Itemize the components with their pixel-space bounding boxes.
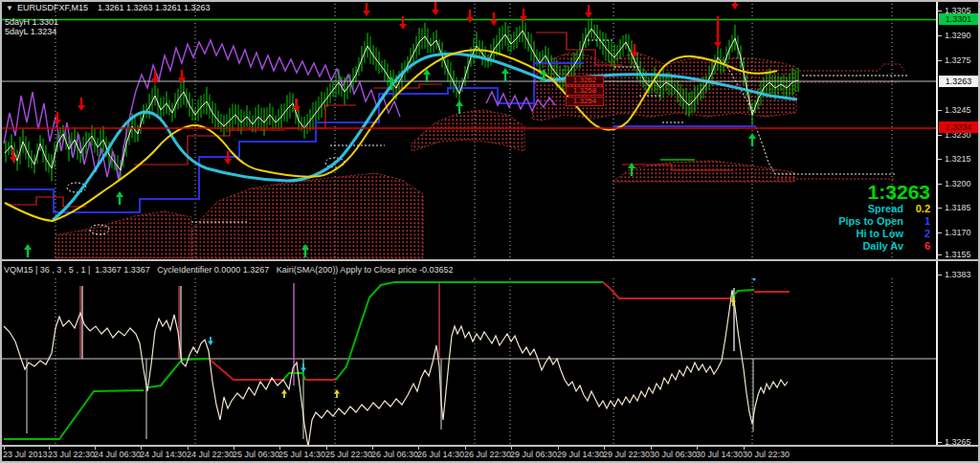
indicator-header: VQM15 | 36 , 3 , 5 , 1 | 1.3367 1.3367 C…: [4, 262, 934, 277]
time-label: 29 Jul 22:30: [603, 450, 650, 459]
price-tick-label: 1.3275: [945, 55, 971, 65]
scale-tick: [938, 60, 942, 61]
scale-tick: [938, 208, 942, 209]
time-label: 30 Jul 22:30: [743, 450, 790, 459]
time-label: 26 Jul 22:30: [464, 450, 511, 459]
market-info-panel: 1:3263 Spread0.2Pips to Open1Hi to Low2D…: [838, 182, 930, 253]
window-frame-top: [0, 0, 980, 2]
window-divider[interactable]: [0, 259, 980, 261]
price-tick-label: 1.3200: [945, 179, 971, 188]
time-label: 23 Jul 22:30: [48, 450, 95, 459]
price-tick-label: 1.3185: [945, 203, 971, 212]
info-row-label: Spread: [868, 203, 903, 215]
chart-window: ▼EURUSDFXF,M151.3261 1.3263 1.3261 1.326…: [0, 0, 980, 463]
info-row: Spread0.2: [838, 203, 930, 215]
symbol-period-label: EURUSDFXF,M15: [17, 3, 88, 12]
scale-tick: [938, 232, 942, 233]
time-label: 30 Jul 06:30: [650, 450, 697, 459]
scale-tick: [938, 11, 942, 11]
scale-tick: [938, 110, 942, 111]
info-row-label: Hi to Low: [857, 228, 904, 240]
time-label: 24 Jul 22:30: [187, 450, 234, 459]
purple-line: [4, 40, 555, 180]
vq-line: [4, 282, 790, 439]
main-chart-area[interactable]: [0, 0, 936, 259]
five-day-high-label: 5dayH 1.3301: [5, 17, 58, 27]
chart-menu-icon: ▼: [6, 4, 13, 12]
time-label: 29 Jul 06:30: [510, 450, 557, 459]
scale-tick: [938, 184, 942, 185]
price-marker-box: 1.3263: [939, 76, 978, 87]
ohlc-readout: 1.3261 1.3263 1.3261 1.3263: [98, 3, 211, 12]
five-day-low-label: 5dayL 1.3234: [5, 27, 56, 36]
info-row-value: 2: [903, 228, 930, 240]
sub-arrows: [208, 278, 757, 398]
time-axis[interactable]: 23 Jul 201323 Jul 22:3024 Jul 06:3024 Ju…: [0, 447, 980, 461]
time-label: 26 Jul 14:30: [417, 450, 464, 459]
kairi-line: [4, 290, 788, 445]
info-row: Daily Av6: [838, 240, 930, 253]
indicator-chart-area[interactable]: [0, 278, 936, 445]
price-scale[interactable]: 1.33051.32901.32751.32451.32301.32151.32…: [938, 0, 980, 445]
info-row-label: Pips to Open: [838, 215, 903, 228]
time-label: 25 Jul 22:30: [325, 450, 372, 459]
scale-tick: [938, 159, 942, 160]
time-label: 23 Jul 2013: [3, 450, 48, 459]
price-tick-label: 1.3170: [945, 228, 971, 237]
info-row-value: 1: [903, 215, 930, 228]
info-row-value: 0.2: [903, 203, 930, 215]
scale-tick: [938, 135, 942, 136]
price-tick-label: 1.3155: [945, 250, 971, 259]
info-row-label: Daily Av: [862, 240, 903, 253]
time-label: 26 Jul 06:30: [371, 450, 418, 459]
info-row: Pips to Open1: [838, 215, 930, 228]
info-row: Hi to Low2: [838, 228, 930, 240]
cycle-spikes: [27, 282, 753, 439]
axis-divider: [0, 445, 980, 447]
window-frame-left: [0, 0, 2, 463]
time-label: 25 Jul 14:30: [278, 450, 325, 459]
scale-tick: [938, 254, 942, 255]
price-tick-label: 1.3290: [945, 31, 971, 40]
scale-tick: [938, 275, 942, 276]
price-tag: 1.3262: [566, 76, 604, 85]
current-price-display: 1:3263: [838, 182, 930, 203]
price-marker-box: 1.3234: [939, 121, 978, 133]
price-tag: 1.3258: [566, 86, 604, 96]
price-tick-label: 1.3215: [945, 154, 971, 164]
chart-title: ▼EURUSDFXF,M151.3261 1.3263 1.3261 1.326…: [6, 3, 211, 12]
price-tag: 1.3254: [566, 97, 604, 106]
time-label: 24 Jul 14:30: [140, 450, 187, 459]
price-tag-stack: 1.32621.32581.3254: [566, 76, 604, 107]
time-label: 24 Jul 06:30: [94, 450, 141, 459]
time-label: 25 Jul 06:30: [233, 450, 279, 459]
scale-tick: [938, 442, 942, 443]
time-label: 29 Jul 14:30: [557, 450, 604, 459]
price-tick-label: 1.3245: [945, 105, 971, 115]
info-row-value: 6: [903, 240, 930, 253]
price-tick-label: 1.3383: [945, 270, 971, 279]
market-info-rows: Spread0.2Pips to Open1Hi to Low2Daily Av…: [838, 203, 930, 253]
scale-tick: [938, 35, 942, 36]
time-label: 30 Jul 14:30: [696, 450, 743, 459]
ichimoku-cloud: [56, 53, 796, 258]
price-marker-box: 1.3301: [939, 13, 978, 25]
